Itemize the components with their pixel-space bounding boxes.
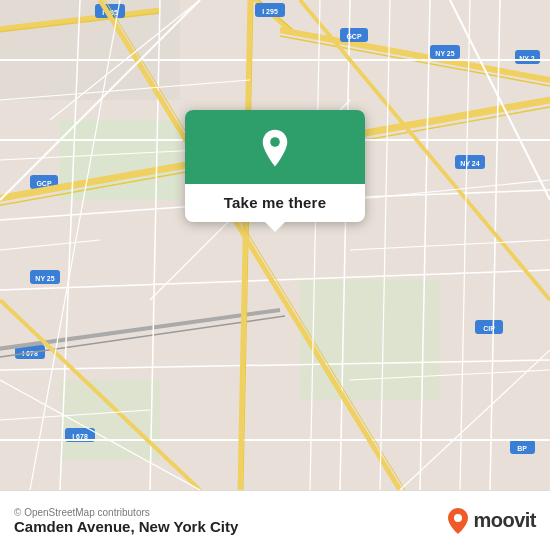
svg-text:I 295: I 295 xyxy=(262,8,278,15)
map-background: I 495 I 295 GCP NY 25 NY 2 GCP NY 25 I 6… xyxy=(0,0,550,490)
svg-rect-3 xyxy=(300,280,440,400)
map-container[interactable]: I 495 I 295 GCP NY 25 NY 2 GCP NY 25 I 6… xyxy=(0,0,550,490)
svg-text:NY 25: NY 25 xyxy=(35,275,54,282)
take-me-there-button[interactable]: Take me there xyxy=(224,194,326,211)
svg-text:NY 24: NY 24 xyxy=(460,160,479,167)
svg-point-75 xyxy=(454,514,462,522)
svg-text:NY 25: NY 25 xyxy=(435,50,454,57)
moovit-text: moovit xyxy=(473,509,536,532)
moovit-pin-icon xyxy=(447,507,469,535)
location-pin-icon xyxy=(254,128,296,170)
svg-text:I 678: I 678 xyxy=(72,433,88,440)
bottom-left: © OpenStreetMap contributors Camden Aven… xyxy=(14,507,238,535)
svg-point-74 xyxy=(270,137,280,147)
svg-text:BP: BP xyxy=(517,445,527,452)
svg-rect-2 xyxy=(60,120,180,200)
location-name: Camden Avenue, New York City xyxy=(14,518,238,535)
popup-header xyxy=(185,110,365,184)
svg-rect-4 xyxy=(60,380,160,460)
moovit-logo[interactable]: moovit xyxy=(447,507,536,535)
attribution-text: © OpenStreetMap contributors xyxy=(14,507,238,518)
popup-label-area[interactable]: Take me there xyxy=(185,184,365,222)
bottom-bar: © OpenStreetMap contributors Camden Aven… xyxy=(0,490,550,550)
popup-card[interactable]: Take me there xyxy=(185,110,365,222)
